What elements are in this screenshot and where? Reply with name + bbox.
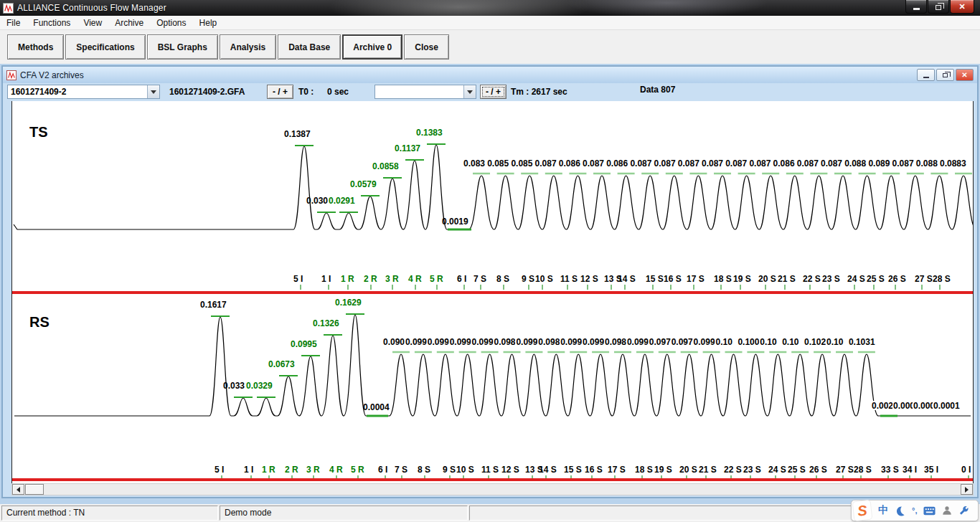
menu-item-help[interactable]: Help	[193, 16, 224, 30]
toolbar-button-close[interactable]: Close	[404, 34, 449, 60]
scrollbar-thumb[interactable]	[25, 484, 44, 495]
svg-text:0.033: 0.033	[223, 381, 245, 391]
chinese-mode-icon[interactable]: 中	[878, 504, 888, 517]
svg-text:33 S: 33 S	[881, 465, 899, 475]
svg-text:0.0001: 0.0001	[933, 401, 960, 411]
range-select[interactable]	[374, 85, 476, 99]
chevron-down-icon[interactable]	[463, 85, 476, 98]
t0-zoom-button[interactable]: - / +	[267, 85, 293, 99]
svg-text:5 R: 5 R	[351, 465, 364, 475]
status-demo-mode: Demo mode	[220, 506, 468, 521]
minimize-button[interactable]	[905, 0, 927, 14]
svg-text:19 S: 19 S	[733, 274, 751, 284]
svg-text:0.0673: 0.0673	[268, 359, 295, 369]
svg-text:0.0329: 0.0329	[246, 381, 273, 391]
svg-text:4 R: 4 R	[408, 274, 422, 284]
svg-text:9 S: 9 S	[522, 274, 534, 284]
svg-text:14 S: 14 S	[618, 274, 636, 284]
punctuation-icon[interactable]: °,	[912, 504, 917, 517]
svg-text:0.1137: 0.1137	[395, 143, 420, 153]
svg-text:0.0995: 0.0995	[291, 339, 317, 349]
svg-text:0.089: 0.089	[868, 158, 890, 169]
sogou-logo-icon[interactable]: S	[852, 500, 873, 522]
svg-text:26 S: 26 S	[888, 274, 906, 284]
svg-text:18 S: 18 S	[635, 465, 653, 475]
svg-text:0.085: 0.085	[511, 158, 532, 169]
toolbar-button-methods[interactable]: Methods	[7, 34, 64, 60]
svg-text:0.086: 0.086	[606, 158, 628, 169]
svg-text:5 I: 5 I	[293, 274, 303, 284]
status-bar: Current method : TN Demo mode	[0, 504, 980, 522]
svg-text:0.030: 0.030	[306, 196, 328, 206]
archive-close-button[interactable]: ✕	[956, 69, 974, 81]
close-icon: ✕	[961, 71, 967, 79]
archive-file-name: 1601271409-2.GFA	[169, 87, 245, 97]
archive-window-titlebar[interactable]: CFA V2 archives ✕	[3, 67, 977, 83]
moon-fullwidth-icon[interactable]	[895, 504, 905, 517]
svg-text:0.102: 0.102	[804, 337, 826, 347]
svg-text:19 S: 19 S	[654, 465, 672, 475]
restore-icon	[943, 73, 948, 77]
toolbar: MethodsSpecificationsBSL GraphsAnalysisD…	[0, 30, 980, 64]
account-icon[interactable]	[942, 504, 952, 517]
toolbar-button-archive-0[interactable]: Archive 0	[342, 34, 402, 60]
toolbar-button-bsl-graphs[interactable]: BSL Graphs	[147, 34, 218, 60]
chromatogram-glyph	[8, 72, 15, 79]
data-count: Data 807	[640, 85, 675, 95]
svg-text:17 S: 17 S	[687, 274, 705, 284]
menu-item-view[interactable]: View	[77, 16, 108, 30]
svg-text:0.0019: 0.0019	[442, 217, 468, 227]
svg-text:0.087: 0.087	[678, 158, 699, 169]
svg-text:16 S: 16 S	[585, 465, 603, 475]
settings-wrench-icon[interactable]	[958, 504, 969, 517]
toolbar-button-data-base[interactable]: Data Base	[278, 34, 341, 60]
archive-minimize-button[interactable]	[917, 69, 935, 81]
svg-text:27 S: 27 S	[915, 274, 933, 284]
svg-text:0.0004: 0.0004	[363, 402, 390, 412]
svg-text:24 S: 24 S	[847, 274, 865, 284]
svg-text:5 I: 5 I	[215, 465, 224, 475]
toolbar-button-specifications[interactable]: Specifications	[65, 34, 145, 60]
t0-value: 0 sec	[327, 87, 349, 97]
svg-text:0.087: 0.087	[892, 158, 914, 169]
svg-text:0.10: 0.10	[826, 337, 844, 347]
svg-text:18 S: 18 S	[714, 274, 732, 284]
menu-item-options[interactable]: Options	[150, 16, 192, 30]
svg-text:11 S: 11 S	[560, 274, 578, 284]
svg-text:26 S: 26 S	[809, 465, 827, 475]
window-titlebar: ALLIANCE Continuous Flow Manager ✕	[0, 0, 980, 16]
tm-value: Tm : 2617 sec	[511, 87, 567, 97]
toolbar-button-analysis[interactable]: Analysis	[220, 34, 276, 60]
arrow-right-icon	[965, 487, 969, 493]
svg-text:1 R: 1 R	[262, 465, 275, 475]
scroll-right-button[interactable]	[961, 484, 973, 495]
svg-text:0.10: 0.10	[760, 337, 777, 347]
svg-text:0.086: 0.086	[773, 158, 795, 169]
chevron-down-icon[interactable]	[147, 85, 159, 98]
svg-text:0.099: 0.099	[405, 337, 427, 347]
svg-text:0.097: 0.097	[649, 337, 671, 347]
menu-item-file[interactable]: File	[0, 16, 27, 30]
tm-zoom-button[interactable]: - / +	[480, 85, 507, 99]
svg-text:0.099: 0.099	[694, 337, 715, 347]
archive-file-select[interactable]: 1601271409-2	[7, 85, 160, 99]
svg-text:7 S: 7 S	[473, 274, 486, 284]
archive-restore-button[interactable]	[936, 69, 954, 81]
scroll-left-button[interactable]	[12, 484, 24, 495]
menu-item-functions[interactable]: Functions	[27, 16, 77, 30]
menu-item-archive[interactable]: Archive	[108, 16, 150, 30]
svg-text:24 S: 24 S	[768, 465, 786, 475]
restore-button[interactable]	[928, 0, 949, 14]
ts-chart-title: TS	[29, 124, 48, 140]
svg-text:0.098: 0.098	[605, 337, 626, 347]
close-icon: ✕	[958, 2, 965, 11]
svg-text:0.099: 0.099	[627, 337, 649, 347]
close-button[interactable]: ✕	[950, 0, 974, 14]
soft-keyboard-icon[interactable]	[923, 504, 936, 517]
archive-window-title: CFA V2 archives	[20, 70, 84, 80]
svg-text:20 S: 20 S	[679, 465, 697, 475]
svg-text:16 S: 16 S	[664, 274, 682, 284]
horizontal-scrollbar[interactable]	[11, 483, 974, 495]
svg-text:0.1617: 0.1617	[200, 300, 227, 310]
svg-text:8 S: 8 S	[418, 465, 430, 475]
